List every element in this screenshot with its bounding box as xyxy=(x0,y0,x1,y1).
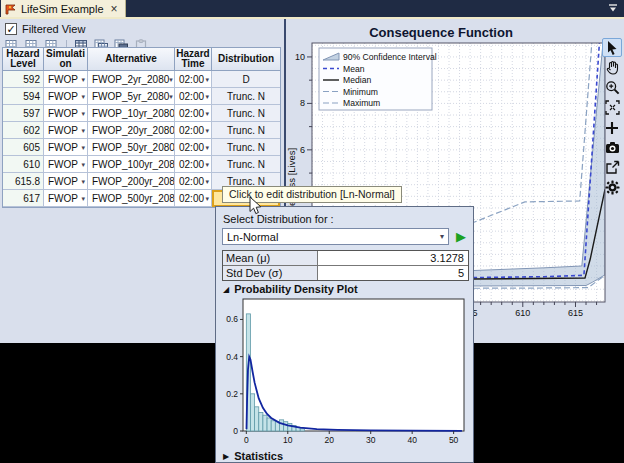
hazard-level-cell[interactable]: 597 xyxy=(3,105,44,122)
chevron-down-icon: ▾ xyxy=(205,144,209,152)
chart-toolbar xyxy=(601,38,623,197)
alternative-dropdown-cell[interactable]: FWOP_20yr_2080▾ xyxy=(88,122,175,139)
distribution-cell[interactable]: Trunc. N xyxy=(212,156,280,173)
pointer-icon[interactable] xyxy=(602,38,622,57)
panel-menu-icon[interactable] xyxy=(608,4,618,13)
pdp-section-label: Probability Density Plot xyxy=(234,283,357,295)
header-hazard-level: Hazard Level xyxy=(3,48,44,71)
chevron-down-icon: ▾ xyxy=(440,232,444,241)
distribution-cell[interactable]: Trunc. N xyxy=(212,139,280,156)
distribution-cell[interactable]: Trunc. N xyxy=(212,122,280,139)
simulation-dropdown-cell[interactable]: FWOP▾ xyxy=(44,105,88,122)
simulation-dropdown-cell[interactable]: FWOP▾ xyxy=(44,139,88,156)
chevron-down-icon: ▾ xyxy=(205,178,209,186)
chevron-down-icon: ▾ xyxy=(81,110,85,118)
svg-text:6: 6 xyxy=(300,145,305,155)
apply-distribution-button[interactable]: ▶ xyxy=(453,228,469,245)
distribution-cell[interactable]: Trunc. N xyxy=(212,88,280,105)
alternative-dropdown-cell[interactable]: FWOP_5yr_2080▾ xyxy=(88,88,175,105)
distribution-dropdown-value: Ln-Normal xyxy=(227,231,278,243)
simulation-dropdown-cell[interactable]: FWOP▾ xyxy=(44,190,88,207)
svg-text:0: 0 xyxy=(233,426,238,436)
chevron-down-icon: ▾ xyxy=(205,127,209,135)
table-row: 605FWOP▾FWOP_50yr_2080▾02:00▾Trunc. N xyxy=(3,139,280,156)
screen: LifeSim Example × ✓ Filtered View xyxy=(0,0,624,463)
simulation-dropdown-cell[interactable]: FWOP▾ xyxy=(44,122,88,139)
lifesim-logo-icon xyxy=(5,3,17,15)
distribution-dropdown[interactable]: Ln-Normal ▾ xyxy=(222,228,449,245)
std-dev-value[interactable]: 5 xyxy=(318,266,468,280)
hazard-time-dropdown-cell[interactable]: 02:00▾ xyxy=(175,71,212,88)
hazard-level-cell[interactable]: 602 xyxy=(3,122,44,139)
simulation-dropdown-cell[interactable]: FWOP▾ xyxy=(44,88,88,105)
alternative-dropdown-cell[interactable]: FWOP_100yr_2080▾ xyxy=(88,156,175,173)
alternative-dropdown-cell[interactable]: FWOP_2yr_2080▾ xyxy=(88,71,175,88)
collapse-triangle-icon: ◢ xyxy=(223,285,229,294)
std-dev-label: Std Dev (σ) xyxy=(223,266,318,280)
probability-density-plot: 0102030405000.20.40.6 xyxy=(221,295,470,447)
parameter-row: Mean (μ) 3.1278 xyxy=(223,251,468,266)
hazard-level-cell[interactable]: 594 xyxy=(3,88,44,105)
hazard-level-cell[interactable]: 617 xyxy=(3,190,44,207)
svg-text:Maximum: Maximum xyxy=(343,98,380,108)
parameter-table: Mean (μ) 3.1278 Std Dev (σ) 5 xyxy=(222,250,469,281)
hazard-time-dropdown-cell[interactable]: 02:00▾ xyxy=(175,122,212,139)
hazard-time-dropdown-cell[interactable]: 02:00▾ xyxy=(175,173,212,190)
svg-text:0.4: 0.4 xyxy=(226,352,238,362)
simulation-dropdown-cell[interactable]: FWOP▾ xyxy=(44,156,88,173)
tab-bar: LifeSim Example × xyxy=(0,0,624,17)
header-hazard-time: Hazard Time xyxy=(175,48,212,71)
hazard-time-dropdown-cell[interactable]: 02:00▾ xyxy=(175,105,212,122)
statistics-section-toggle[interactable]: ▶ Statistics xyxy=(223,450,283,462)
tab-close-icon[interactable]: × xyxy=(111,4,118,14)
hazard-level-cell[interactable]: 592 xyxy=(3,71,44,88)
settings-gear-icon[interactable] xyxy=(602,178,622,197)
table-row: 602FWOP▾FWOP_20yr_2080▾02:00▾Trunc. N xyxy=(3,122,280,139)
alternative-dropdown-cell[interactable]: FWOP_500yr_2080▾ xyxy=(88,190,175,207)
svg-text:10: 10 xyxy=(295,52,305,62)
tab-lifesim-example[interactable]: LifeSim Example × xyxy=(1,0,126,17)
svg-text:30: 30 xyxy=(366,435,376,445)
hazard-level-cell[interactable]: 605 xyxy=(3,139,44,156)
hazard-time-dropdown-cell[interactable]: 02:00▾ xyxy=(175,156,212,173)
header-simulation: Simulation xyxy=(44,48,88,71)
parameter-row: Std Dev (σ) 5 xyxy=(223,266,468,280)
header-alternative: Alternative xyxy=(88,48,175,71)
filtered-view-label: Filtered View xyxy=(22,23,85,35)
alternative-dropdown-cell[interactable]: FWOP_10yr_2080▾ xyxy=(88,105,175,122)
camera-icon[interactable] xyxy=(602,138,622,157)
fit-extents-icon[interactable] xyxy=(602,98,622,117)
hazard-level-cell[interactable]: 610 xyxy=(3,156,44,173)
simulation-dropdown-cell[interactable]: FWOP▾ xyxy=(44,71,88,88)
expand-triangle-icon: ▶ xyxy=(223,452,229,461)
hazard-level-cell[interactable]: 615.8 xyxy=(3,173,44,190)
chevron-down-icon: ▾ xyxy=(205,161,209,169)
alternative-dropdown-cell[interactable]: FWOP_200yr_2080▾ xyxy=(88,173,175,190)
pdp-section-toggle[interactable]: ◢ Probability Density Plot xyxy=(223,283,358,295)
table-row: 597FWOP▾FWOP_10yr_2080▾02:00▾Trunc. N xyxy=(3,105,280,122)
svg-text:0.6: 0.6 xyxy=(226,314,238,324)
statistics-section-label: Statistics xyxy=(234,450,283,462)
mean-value[interactable]: 3.1278 xyxy=(318,251,468,265)
pan-hand-icon[interactable] xyxy=(602,58,622,77)
distribution-cell[interactable]: D xyxy=(212,71,280,88)
hazard-time-dropdown-cell[interactable]: 02:00▾ xyxy=(175,139,212,156)
svg-text:10: 10 xyxy=(283,435,293,445)
svg-text:90% Confidence Interval: 90% Confidence Interval xyxy=(343,52,437,62)
mouse-cursor xyxy=(249,196,262,215)
simulation-dropdown-cell[interactable]: FWOP▾ xyxy=(44,173,88,190)
chevron-down-icon: ▾ xyxy=(81,195,85,203)
svg-text:50: 50 xyxy=(449,435,459,445)
svg-text:8: 8 xyxy=(300,98,305,108)
add-icon[interactable] xyxy=(602,118,622,137)
hazard-time-dropdown-cell[interactable]: 02:00▾ xyxy=(175,88,212,105)
hazard-time-dropdown-cell[interactable]: 02:00▾ xyxy=(175,190,212,207)
zoom-icon[interactable] xyxy=(602,78,622,97)
chevron-down-icon: ▾ xyxy=(81,76,85,84)
filtered-view-checkbox[interactable]: ✓ xyxy=(5,23,17,35)
table-row: 610FWOP▾FWOP_100yr_2080▾02:00▾Trunc. N xyxy=(3,156,280,173)
export-icon[interactable] xyxy=(602,158,622,177)
chevron-down-icon: ▾ xyxy=(205,110,209,118)
alternative-dropdown-cell[interactable]: FWOP_50yr_2080▾ xyxy=(88,139,175,156)
distribution-cell[interactable]: Trunc. N xyxy=(212,105,280,122)
